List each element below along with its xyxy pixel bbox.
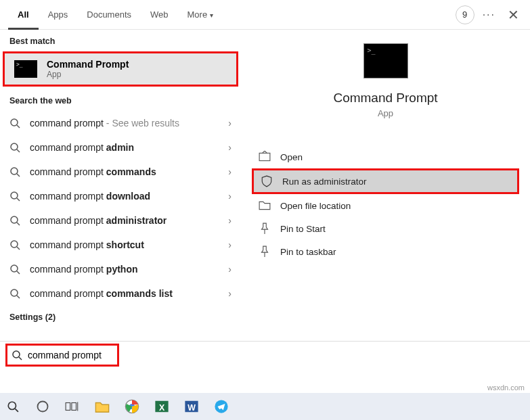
web-result-row[interactable]: command prompt - See web results›	[0, 111, 241, 135]
more-options-icon[interactable]: ···	[483, 9, 495, 21]
search-panel: All Apps Documents Web More▾ 9 ··· ✕ Bes…	[0, 0, 530, 394]
action-open-file-location[interactable]: Open file location	[252, 194, 519, 217]
chrome-icon[interactable]	[123, 398, 141, 415]
svg-line-13	[17, 271, 20, 274]
folder-icon	[259, 200, 271, 212]
preview-subtitle: App	[241, 108, 530, 118]
command-prompt-icon	[363, 43, 408, 78]
search-icon	[9, 215, 20, 226]
best-match-title: Command Prompt	[47, 59, 129, 70]
task-view-icon[interactable]	[64, 398, 81, 415]
reward-badge[interactable]: 9	[456, 5, 474, 24]
search-box[interactable]	[5, 344, 119, 367]
chevron-right-icon: ›	[228, 191, 231, 202]
svg-point-14	[11, 289, 18, 296]
best-match-subtitle: App	[47, 70, 129, 79]
web-result-row[interactable]: command prompt commands›	[0, 160, 241, 184]
word-icon[interactable]: W	[183, 398, 200, 415]
preview-pane: Command Prompt App Open Run as administr…	[241, 30, 530, 367]
action-pin-to-taskbar[interactable]: Pin to taskbar	[252, 240, 519, 263]
chevron-right-icon: ›	[228, 166, 231, 177]
best-match-result[interactable]: Command Prompt App	[3, 51, 238, 87]
svg-line-15	[17, 296, 20, 298]
web-result-label: command prompt administrator	[30, 215, 228, 226]
taskbar-search-icon[interactable]	[4, 398, 22, 415]
svg-point-8	[11, 216, 18, 223]
svg-point-21	[38, 402, 48, 412]
search-icon	[9, 239, 20, 250]
section-best-match: Best match	[0, 30, 241, 51]
action-run-as-administrator[interactable]: Run as administrator	[252, 168, 519, 194]
svg-rect-16	[259, 153, 270, 160]
open-icon	[259, 151, 271, 163]
svg-line-18	[19, 357, 22, 360]
results-column: Best match Command Prompt App Search the…	[0, 30, 241, 367]
shield-icon	[261, 175, 273, 187]
web-result-label: command prompt python	[30, 264, 228, 275]
web-result-row[interactable]: command prompt administrator›	[0, 208, 241, 233]
pin-icon	[259, 223, 271, 235]
web-result-row[interactable]: command prompt commands list›	[0, 281, 241, 306]
svg-line-20	[15, 409, 18, 412]
tab-more[interactable]: More▾	[178, 0, 223, 30]
svg-line-9	[17, 223, 20, 225]
svg-point-0	[11, 119, 18, 126]
excel-icon[interactable]: X	[153, 398, 171, 415]
tab-web[interactable]: Web	[141, 0, 178, 30]
watermark: wsxdn.com	[487, 383, 525, 392]
tab-apps[interactable]: Apps	[39, 0, 78, 30]
svg-point-10	[11, 241, 18, 248]
web-result-label: command prompt - See web results	[30, 118, 228, 129]
command-prompt-icon	[14, 60, 37, 78]
svg-line-1	[17, 125, 20, 128]
search-icon	[9, 191, 20, 202]
svg-line-3	[17, 149, 20, 152]
svg-point-19	[8, 402, 16, 409]
taskbar: X W	[0, 393, 530, 420]
web-result-label: command prompt admin	[30, 142, 228, 153]
web-result-row[interactable]: command prompt python›	[0, 257, 241, 281]
chevron-right-icon: ›	[228, 118, 231, 129]
svg-text:X: X	[159, 403, 165, 413]
search-icon	[9, 288, 20, 299]
section-search-web: Search the web	[0, 89, 241, 111]
telegram-icon[interactable]	[213, 398, 230, 415]
web-result-label: command prompt commands list	[30, 288, 228, 299]
file-explorer-icon[interactable]	[93, 398, 111, 415]
filter-tabs: All Apps Documents Web More▾ 9 ··· ✕	[0, 0, 530, 30]
svg-point-2	[11, 143, 18, 150]
web-result-row[interactable]: command prompt download›	[0, 184, 241, 208]
tab-all[interactable]: All	[8, 0, 39, 30]
cortana-icon[interactable]	[34, 398, 51, 415]
pin-icon	[259, 246, 271, 258]
web-result-row[interactable]: command prompt admin›	[0, 135, 241, 160]
svg-point-6	[11, 192, 18, 199]
chevron-right-icon: ›	[228, 215, 231, 226]
tab-documents[interactable]: Documents	[77, 0, 141, 30]
preview-title: Command Prompt	[241, 91, 530, 106]
svg-line-5	[17, 174, 20, 177]
chevron-right-icon: ›	[228, 142, 231, 153]
action-open[interactable]: Open	[252, 145, 519, 168]
search-input[interactable]	[28, 350, 113, 360]
close-icon[interactable]: ✕	[505, 7, 522, 23]
svg-rect-22	[66, 403, 70, 411]
section-settings: Settings (2)	[0, 306, 241, 327]
svg-line-7	[17, 198, 20, 201]
web-result-label: command prompt commands	[30, 166, 228, 177]
chevron-right-icon: ›	[228, 288, 231, 299]
search-icon	[9, 118, 20, 129]
search-icon	[9, 166, 20, 177]
web-result-row[interactable]: command prompt shortcut›	[0, 233, 241, 257]
svg-rect-23	[72, 403, 76, 411]
action-pin-to-start[interactable]: Pin to Start	[252, 217, 519, 240]
chevron-right-icon: ›	[228, 264, 231, 275]
svg-point-17	[13, 351, 20, 358]
svg-point-4	[11, 168, 18, 174]
chevron-right-icon: ›	[228, 239, 231, 250]
svg-line-11	[17, 247, 20, 250]
search-icon	[12, 350, 22, 360]
web-result-label: command prompt shortcut	[30, 239, 228, 250]
svg-text:W: W	[187, 403, 196, 413]
search-icon	[9, 142, 20, 153]
